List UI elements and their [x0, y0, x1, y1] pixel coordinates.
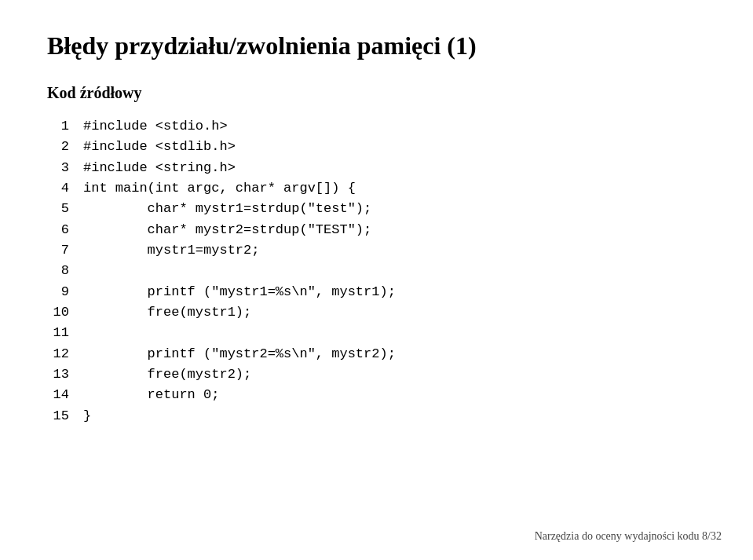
code-line: 9 printf ("mystr1=%s\n", mystr1); — [47, 282, 706, 302]
line-content: printf ("mystr1=%s\n", mystr1); — [83, 282, 396, 302]
code-line: 1#include <stdio.h> — [47, 116, 706, 137]
code-line: 6 char* mystr2=strdup("TEST"); — [47, 220, 706, 240]
line-content: mystr1=mystr2; — [83, 240, 259, 261]
code-line: 8 — [47, 261, 706, 281]
code-line: 3#include <string.h> — [47, 158, 706, 178]
line-number: 2 — [47, 137, 69, 157]
line-number: 10 — [47, 302, 69, 323]
line-number: 1 — [47, 116, 69, 137]
line-content: return 0; — [83, 385, 219, 405]
code-line: 13 free(mystr2); — [47, 364, 706, 385]
line-number: 3 — [47, 158, 69, 178]
line-content: int main(int argc, char* argv[]) { — [83, 178, 356, 199]
footer-text: Narzędzia do oceny wydajności kodu 8/32 — [535, 530, 722, 543]
line-number: 12 — [47, 344, 69, 364]
code-line: 7 mystr1=mystr2; — [47, 240, 706, 261]
line-number: 14 — [47, 385, 69, 405]
line-number: 5 — [47, 199, 69, 219]
code-line: 15} — [47, 406, 706, 426]
line-content: char* mystr2=strdup("TEST"); — [83, 220, 371, 240]
code-line: 14 return 0; — [47, 385, 706, 405]
line-content: } — [83, 406, 91, 426]
code-line: 10 free(mystr1); — [47, 302, 706, 323]
line-number: 9 — [47, 282, 69, 302]
line-content: #include <stdlib.h> — [83, 137, 236, 157]
section-label: Kod źródłowy — [47, 84, 706, 102]
line-content: #include <string.h> — [83, 158, 236, 178]
line-number: 4 — [47, 178, 69, 199]
line-content: char* mystr1=strdup("test"); — [83, 199, 371, 219]
line-number: 6 — [47, 220, 69, 240]
line-content: printf ("mystr2=%s\n", mystr2); — [83, 344, 396, 364]
code-line: 5 char* mystr1=strdup("test"); — [47, 199, 706, 219]
line-content: free(mystr1); — [83, 302, 251, 323]
line-content: free(mystr2); — [83, 364, 251, 385]
line-number: 13 — [47, 364, 69, 385]
slide-title: Błędy przydziału/zwolnienia pamięci (1) — [47, 31, 706, 60]
line-content: #include <stdio.h> — [83, 116, 228, 137]
code-line: 2#include <stdlib.h> — [47, 137, 706, 157]
line-number: 11 — [47, 323, 69, 343]
code-line: 11 — [47, 323, 706, 343]
code-line: 12 printf ("mystr2=%s\n", mystr2); — [47, 344, 706, 364]
line-number: 7 — [47, 240, 69, 261]
line-number: 8 — [47, 261, 69, 281]
code-line: 4int main(int argc, char* argv[]) { — [47, 178, 706, 199]
line-number: 15 — [47, 406, 69, 426]
code-block: 1#include <stdio.h>2#include <stdlib.h>3… — [47, 116, 706, 426]
slide-container: Błędy przydziału/zwolnienia pamięci (1) … — [0, 0, 753, 560]
